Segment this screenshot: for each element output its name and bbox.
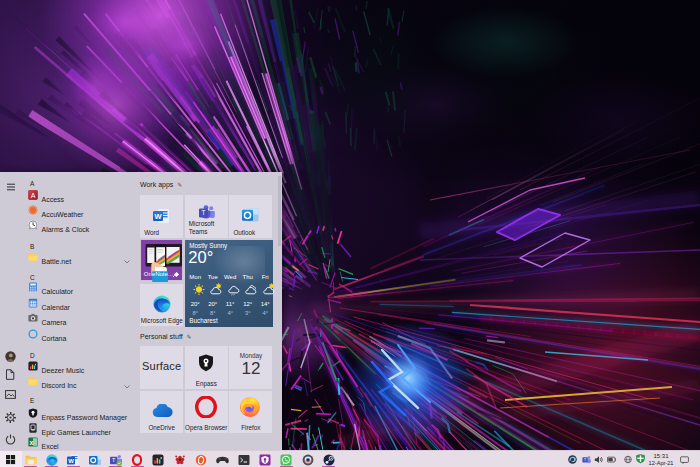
svg-text:W: W (68, 457, 74, 463)
svg-text:W: W (155, 212, 163, 221)
svg-text:T: T (583, 457, 586, 462)
svg-text:T: T (201, 209, 205, 216)
